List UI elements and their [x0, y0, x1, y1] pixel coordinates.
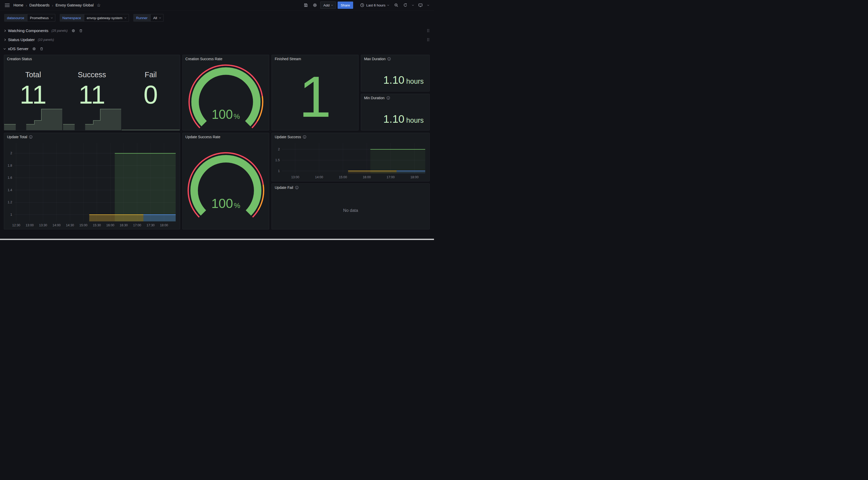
gauge-value: 100%: [183, 197, 269, 210]
info-icon[interactable]: [386, 96, 390, 100]
row-trash-icon[interactable]: [40, 47, 43, 51]
panel-min-duration: Min Duration 1.10 hours: [361, 94, 430, 130]
panel-header[interactable]: Creation Status: [4, 55, 180, 63]
gauge-update-success-rate: 100%: [183, 141, 269, 229]
info-icon[interactable]: [29, 135, 33, 139]
panel-header[interactable]: Creation Success Rate: [183, 55, 269, 63]
stat-min-duration: 1.10 hours: [383, 114, 424, 124]
variable-namespace-select[interactable]: envoy-gateway-system: [84, 14, 129, 22]
stat-label: Fail: [145, 70, 157, 79]
menu-icon[interactable]: [4, 2, 11, 9]
svg-text:1.6: 1.6: [8, 176, 12, 180]
panel-title: Min Duration: [364, 96, 384, 100]
refresh-interval-chevron-icon[interactable]: [411, 2, 415, 9]
topbar-actions: Add Share Last 6 hours: [302, 2, 430, 9]
chevron-down-icon: [4, 47, 6, 49]
save-icon[interactable]: [302, 2, 309, 9]
info-icon[interactable]: [387, 57, 391, 61]
info-icon[interactable]: [295, 186, 299, 189]
sparkline-total: [4, 109, 62, 130]
panel-title: Update Success: [275, 135, 301, 139]
variable-runner-select[interactable]: All: [150, 14, 163, 22]
dashboard-variables-bar: datasource Prometheus Namespace envoy-ga…: [0, 10, 434, 25]
panel-creation-success-rate: Creation Success Rate 100%: [182, 55, 270, 130]
star-icon[interactable]: ☆: [97, 3, 100, 7]
variable-datasource-select[interactable]: Prometheus: [27, 14, 55, 22]
collapse-topbar-chevron-icon[interactable]: [426, 2, 430, 9]
breadcrumb-separator: ›: [52, 3, 53, 7]
panel-update-fail: Update Fail No data: [272, 183, 430, 230]
panel-header[interactable]: Max Duration: [361, 55, 429, 63]
dashboard-row-xds-server[interactable]: xDS Server: [4, 45, 430, 52]
svg-text:13:00: 13:00: [26, 223, 34, 227]
svg-text:15:30: 15:30: [93, 223, 101, 227]
stat-value: 0: [144, 82, 158, 108]
sparkline-success: [63, 109, 121, 130]
variable-datasource-label: datasource: [4, 14, 27, 22]
variable-datasource-value: Prometheus: [30, 16, 49, 20]
panel-header[interactable]: Update Success: [272, 133, 429, 141]
dashboard-body: Watching Components (25 panels) Status U…: [0, 27, 434, 230]
time-range-picker[interactable]: Last 6 hours: [358, 2, 391, 9]
breadcrumb-separator: ›: [26, 3, 27, 7]
tv-icon[interactable]: [417, 2, 424, 9]
row-title: Watching Components: [8, 28, 48, 33]
settings-icon[interactable]: [311, 2, 318, 9]
refresh-icon[interactable]: [402, 2, 409, 9]
svg-text:12:30: 12:30: [12, 223, 20, 227]
panel-header[interactable]: Update Success Rate: [183, 133, 269, 141]
breadcrumb-home[interactable]: Home: [13, 3, 24, 7]
svg-text:2: 2: [278, 148, 280, 151]
panel-update-success-rate: Update Success Rate 100%: [182, 133, 270, 230]
variable-namespace: Namespace envoy-gateway-system: [60, 14, 129, 22]
panel-row: Update Total 12:3013:0013:3014:0014:3015…: [4, 133, 430, 230]
svg-text:17:00: 17:00: [387, 175, 395, 179]
chevron-down-icon: [125, 17, 126, 18]
stat-success: Success 11: [63, 63, 121, 130]
panel-max-duration: Max Duration 1.10 hours: [361, 55, 430, 91]
panel-header[interactable]: Update Total: [4, 133, 180, 141]
dashboard-row-status-updater[interactable]: Status Updater (10 panels): [4, 36, 430, 43]
gauge-value: 100%: [183, 109, 269, 121]
panel-header[interactable]: Min Duration: [361, 94, 429, 102]
variable-namespace-label: Namespace: [60, 14, 84, 22]
row-settings-icon[interactable]: [32, 47, 36, 51]
stat-unit: hours: [406, 78, 424, 86]
breadcrumb-dashboards[interactable]: Dashboards: [29, 3, 50, 7]
panel-row: Creation Status Total 11 Success 11 Fail…: [4, 55, 430, 130]
breadcrumb-current-dashboard[interactable]: Envoy Gateway Global: [56, 3, 94, 7]
svg-text:13:30: 13:30: [39, 223, 47, 227]
drag-handle-icon[interactable]: [427, 29, 430, 33]
panel-update-total: Update Total 12:3013:0013:3014:0014:3015…: [4, 133, 180, 230]
gauge-value-number: 100: [212, 108, 233, 122]
row-panel-count: (10 panels): [38, 38, 54, 41]
update-panels-column: Update Success 13:0014:0015:0016:0017:00…: [272, 133, 430, 230]
stat-group: Total 11 Success 11 Fail 0: [4, 63, 180, 130]
zoom-out-icon[interactable]: [393, 2, 400, 9]
dashboard-row-watching-components[interactable]: Watching Components (25 panels): [4, 27, 430, 34]
info-icon[interactable]: [303, 135, 306, 139]
panel-title: Update Success Rate: [185, 135, 220, 139]
drag-handle-icon[interactable]: [427, 38, 430, 41]
panel-header[interactable]: Update Fail: [272, 184, 429, 191]
panel-header[interactable]: Finished Stream: [272, 55, 358, 63]
svg-text:14:30: 14:30: [66, 223, 74, 227]
timeseries-update-success: 13:0014:0015:0016:0017:0018:0011.52: [272, 141, 429, 181]
add-button[interactable]: Add: [320, 2, 336, 9]
stat-max-duration: 1.10 hours: [383, 74, 424, 86]
svg-text:1.5: 1.5: [275, 158, 280, 162]
row-settings-icon[interactable]: [71, 29, 75, 33]
chevron-down-icon: [51, 17, 53, 18]
svg-text:1.8: 1.8: [8, 164, 12, 168]
chevron-right-icon: [4, 38, 6, 40]
stat-label: Total: [25, 70, 41, 79]
svg-text:13:00: 13:00: [291, 175, 300, 179]
svg-text:1: 1: [10, 213, 12, 216]
share-button[interactable]: Share: [338, 2, 353, 9]
svg-text:1.4: 1.4: [8, 188, 12, 192]
variable-runner: Runner All: [133, 14, 163, 22]
variable-datasource: datasource Prometheus: [4, 14, 55, 22]
svg-text:15:00: 15:00: [339, 175, 347, 179]
variable-runner-label: Runner: [133, 14, 150, 22]
row-trash-icon[interactable]: [79, 29, 83, 33]
